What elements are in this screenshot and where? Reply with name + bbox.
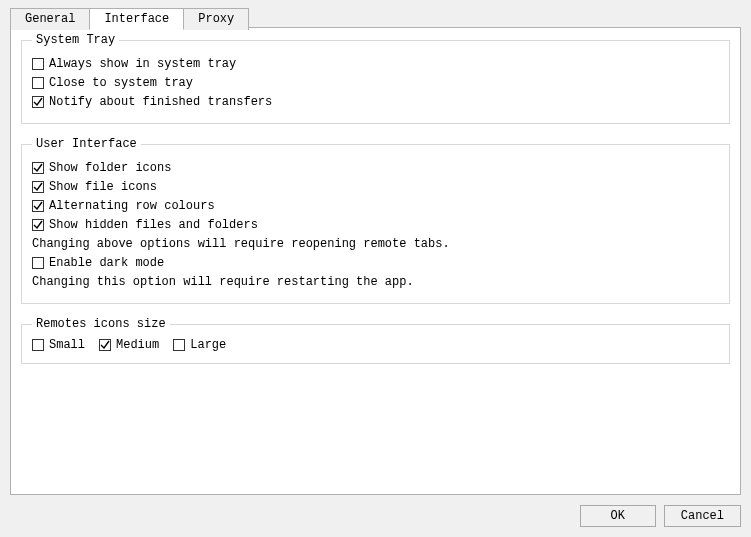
dialog-buttons: OK Cancel — [580, 505, 741, 527]
label-show-hidden: Show hidden files and folders — [49, 217, 258, 233]
checkbox-size-medium[interactable] — [99, 339, 111, 351]
checkbox-size-small[interactable] — [32, 339, 44, 351]
checkbox-show-folder-icons[interactable] — [32, 162, 44, 174]
group-title-system-tray: System Tray — [32, 33, 119, 47]
checkbox-size-large[interactable] — [173, 339, 185, 351]
checkbox-alt-row-colours[interactable] — [32, 200, 44, 212]
tab-interface[interactable]: Interface — [89, 8, 184, 30]
tab-general[interactable]: General — [10, 8, 90, 30]
checkbox-show-hidden[interactable] — [32, 219, 44, 231]
label-alt-row-colours: Alternating row colours — [49, 198, 215, 214]
note-reopen-tabs: Changing above options will require reop… — [32, 236, 719, 252]
checkbox-notify-finished[interactable] — [32, 96, 44, 108]
label-close-to-tray: Close to system tray — [49, 75, 193, 91]
checkbox-show-file-icons[interactable] — [32, 181, 44, 193]
label-size-small: Small — [49, 337, 85, 353]
note-restart-app: Changing this option will require restar… — [32, 274, 719, 290]
tab-proxy[interactable]: Proxy — [183, 8, 249, 30]
checkbox-close-to-tray[interactable] — [32, 77, 44, 89]
label-size-medium: Medium — [116, 337, 159, 353]
checkbox-always-show-tray[interactable] — [32, 58, 44, 70]
label-show-folder-icons: Show folder icons — [49, 160, 171, 176]
interface-panel: System Tray Always show in system tray C… — [10, 27, 741, 495]
group-system-tray: System Tray Always show in system tray C… — [21, 40, 730, 124]
label-show-file-icons: Show file icons — [49, 179, 157, 195]
label-dark-mode: Enable dark mode — [49, 255, 164, 271]
checkbox-dark-mode[interactable] — [32, 257, 44, 269]
cancel-button[interactable]: Cancel — [664, 505, 741, 527]
group-remotes-icons-size: Remotes icons size Small Medium Large — [21, 324, 730, 364]
group-title-user-interface: User Interface — [32, 137, 141, 151]
label-notify-finished: Notify about finished transfers — [49, 94, 272, 110]
label-size-large: Large — [190, 337, 226, 353]
group-user-interface: User Interface Show folder icons Show fi… — [21, 144, 730, 304]
tab-bar: General Interface Proxy — [10, 8, 249, 30]
label-always-show-tray: Always show in system tray — [49, 56, 236, 72]
ok-button[interactable]: OK — [580, 505, 656, 527]
group-title-remotes-icons: Remotes icons size — [32, 317, 170, 331]
